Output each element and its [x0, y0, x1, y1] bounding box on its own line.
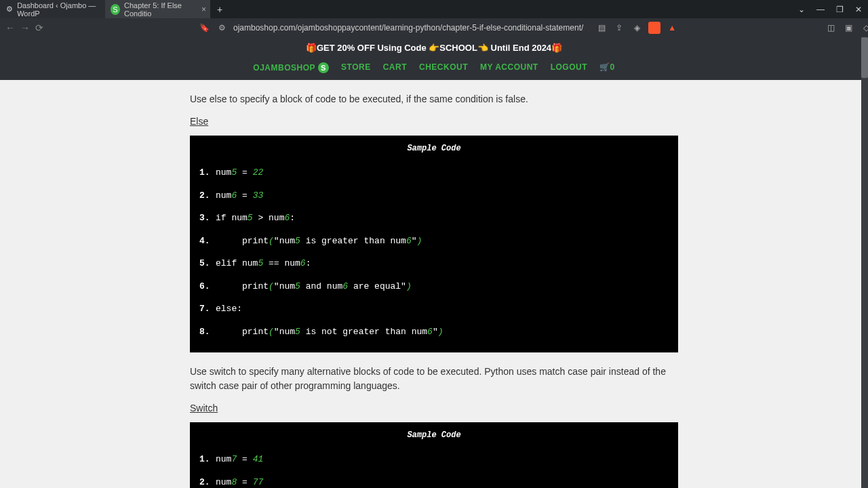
line-number: 8.: [199, 325, 216, 339]
nav-brand[interactable]: OJAMBOSHOP S: [253, 62, 329, 73]
maximize-button[interactable]: ❐: [830, 0, 849, 18]
url-field[interactable]: 🔖 ⚙ ojamboshop.com/ojamboshoppaycontent/…: [193, 22, 589, 34]
code-text: num6 = 33: [216, 189, 263, 203]
code-block-else: Sample Code 1.num5 = 222.num6 = 333.if n…: [190, 136, 678, 352]
line-number: 1.: [199, 453, 216, 466]
extensions-icon[interactable]: ◇: [860, 22, 868, 34]
line-number: 5.: [199, 257, 216, 270]
page-content: 🎁GET 20% OFF Using Code 👉SCHOOL👈 Until E…: [0, 37, 868, 488]
subheading-switch: Switch: [190, 401, 678, 415]
address-bar: ← → ⟳ 🔖 ⚙ ojamboshop.com/ojamboshoppayco…: [0, 18, 868, 37]
line-number: 7.: [199, 302, 216, 316]
share-icon[interactable]: ⇪: [613, 22, 625, 34]
line-number: 4.: [199, 235, 216, 248]
wallet-icon[interactable]: ▣: [842, 22, 854, 34]
line-number: 1.: [199, 166, 216, 180]
code-line: 7.else:: [199, 298, 669, 321]
site-info-icon[interactable]: ⚙: [216, 22, 228, 34]
site-favicon: S: [111, 5, 120, 14]
code-title: Sample Code: [199, 429, 669, 441]
tab-title: Chapter 5: If Else Conditio: [124, 1, 205, 18]
browser-titlebar: ⚙ Dashboard ‹ Ojambo — WordP S Chapter 5…: [0, 0, 868, 18]
code-line: 2.num6 = 33: [199, 184, 669, 207]
code-text: num5 = 22: [216, 166, 263, 180]
window-controls: ⌄ — ❐ ✕: [792, 0, 868, 18]
code-line: 8. print("num5 is not greater than num6"…: [199, 321, 669, 344]
line-number: 2.: [199, 476, 216, 489]
reload-button[interactable]: ⟳: [35, 22, 43, 33]
article-body: Use else to specify a block of code to b…: [190, 80, 678, 488]
reader-icon[interactable]: ▤: [595, 22, 608, 34]
minimize-button[interactable]: —: [811, 0, 830, 18]
sidebar-icon[interactable]: ◫: [825, 22, 837, 34]
line-number: 2.: [199, 189, 216, 203]
new-tab-button[interactable]: +: [210, 4, 229, 15]
nav-checkout[interactable]: CHECKOUT: [419, 62, 468, 73]
nav-logout[interactable]: LOGOUT: [551, 62, 587, 73]
code-text: elif num5 == num6:: [216, 257, 311, 270]
subheading-else: Else: [190, 115, 678, 129]
tab-chapter-5[interactable]: S Chapter 5: If Else Conditio ×: [105, 0, 210, 18]
promo-banner: 🎁GET 20% OFF Using Code 👉SCHOOL👈 Until E…: [0, 37, 868, 58]
scrollbar-track[interactable]: [861, 37, 868, 488]
nav-cart[interactable]: CART: [383, 62, 407, 73]
chevron-down-icon[interactable]: ⌄: [792, 0, 811, 18]
code-text: if num5 > num6:: [216, 211, 295, 225]
bookmark-icon[interactable]: 🔖: [198, 22, 210, 34]
code-line: 1.num7 = 41: [199, 448, 669, 471]
nav-store[interactable]: STORE: [341, 62, 371, 73]
line-number: 6.: [199, 280, 216, 293]
code-text: else:: [216, 302, 242, 316]
brand-icon: S: [318, 62, 329, 73]
back-button[interactable]: ←: [5, 22, 15, 33]
code-text: num8 = 77: [216, 476, 263, 489]
code-block-switch: Sample Code 1.num7 = 412.num8 = 773.matc…: [190, 422, 678, 488]
tab-dashboard[interactable]: ⚙ Dashboard ‹ Ojambo — WordP: [0, 0, 105, 18]
line-number: 3.: [199, 211, 216, 225]
code-text: num7 = 41: [216, 453, 263, 466]
code-text: print("num5 is greater than num6"): [216, 235, 422, 248]
url-text: ojamboshop.com/ojamboshoppaycontent/lear…: [233, 23, 583, 33]
code-line: 2.num8 = 77: [199, 471, 669, 489]
forward-button[interactable]: →: [20, 22, 30, 33]
rss-icon[interactable]: ◈: [631, 22, 643, 34]
tab-title: Dashboard ‹ Ojambo — WordP: [17, 1, 100, 18]
code-line: 1.num5 = 22: [199, 161, 669, 184]
close-icon[interactable]: ×: [201, 5, 206, 14]
code-text: print("num5 is not greater than num6"): [216, 325, 443, 339]
brave-shield-icon[interactable]: [648, 22, 660, 34]
site-nav: OJAMBOSHOP S STORE CART CHECKOUT MY ACCO…: [0, 58, 868, 80]
code-line: 5.elif num5 == num6:: [199, 252, 669, 275]
cart-icon[interactable]: 🛒0: [599, 62, 615, 73]
browser-tabs: ⚙ Dashboard ‹ Ojambo — WordP S Chapter 5…: [0, 0, 229, 18]
code-title: Sample Code: [199, 142, 669, 155]
paragraph-switch-intro: Use switch to specify many alternative b…: [190, 365, 678, 393]
paragraph-else-intro: Use else to specify a block of code to b…: [190, 92, 678, 106]
code-text: print("num5 and num6 are equal"): [216, 280, 412, 293]
scrollbar-thumb[interactable]: [861, 37, 868, 78]
code-line: 6. print("num5 and num6 are equal"): [199, 275, 669, 298]
wordpress-icon: ⚙: [5, 5, 13, 14]
code-line: 4. print("num5 is greater than num6"): [199, 230, 669, 253]
warning-icon[interactable]: ▲: [666, 22, 678, 34]
code-line: 3.if num5 > num6:: [199, 207, 669, 230]
nav-my-account[interactable]: MY ACCOUNT: [480, 62, 538, 73]
close-window-button[interactable]: ✕: [849, 0, 868, 18]
